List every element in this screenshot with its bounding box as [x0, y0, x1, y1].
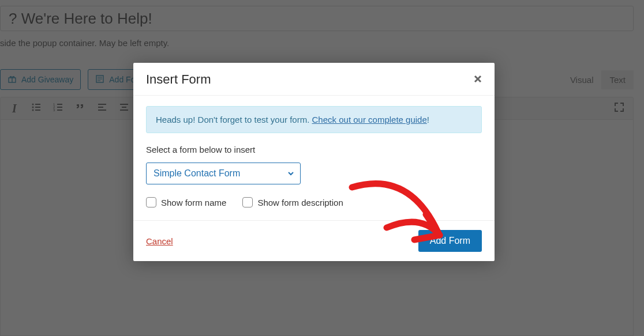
alert-heads-up: Heads up! — [156, 115, 195, 124]
modal-footer: Cancel Add Form — [133, 220, 495, 261]
show-form-description-checkbox[interactable]: Show form description — [242, 197, 343, 207]
modal-title: Insert Form — [146, 72, 211, 87]
modal-body: Heads up! Don't forget to test your form… — [133, 96, 495, 220]
show-form-name-checkbox[interactable]: Show form name — [146, 197, 226, 207]
checkbox-name-label: Show form name — [161, 198, 226, 207]
checkbox-box-icon — [146, 197, 156, 207]
alert-text: Don't forget to test your form. — [195, 115, 312, 124]
close-icon — [474, 74, 482, 85]
modal-header: Insert Form — [133, 63, 495, 96]
alert-guide-link[interactable]: Check out our complete guide — [312, 115, 427, 124]
select-form-label: Select a form below to insert — [146, 145, 482, 154]
selected-option: Simple Contact Form — [153, 168, 240, 179]
info-alert: Heads up! Don't forget to test your form… — [146, 106, 482, 133]
checkbox-row: Show form name Show form description — [146, 197, 482, 207]
form-select-wrapper: Simple Contact Form — [146, 163, 301, 184]
cancel-button[interactable]: Cancel — [146, 236, 173, 246]
alert-punct: ! — [427, 115, 429, 124]
insert-form-modal: Insert Form Heads up! Don't forget to te… — [133, 63, 495, 261]
form-select[interactable]: Simple Contact Form — [146, 163, 301, 184]
checkbox-box-icon — [242, 197, 253, 207]
checkbox-desc-label: Show form description — [257, 198, 343, 207]
add-form-button[interactable]: Add Form — [418, 230, 482, 252]
close-button[interactable] — [474, 74, 482, 86]
